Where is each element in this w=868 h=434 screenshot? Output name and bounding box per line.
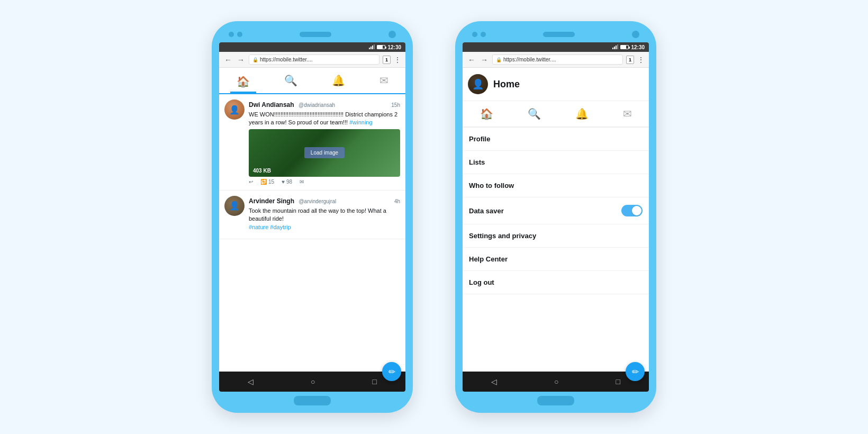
twitter-nav-1: 🏠 🔍 🔔 ✉ [219, 68, 405, 94]
lock-icon-2: 🔒 [496, 57, 502, 62]
nav-home-1[interactable]: 🏠 [230, 73, 256, 93]
menu-list: Profile Lists Who to follow Data saver S… [463, 128, 649, 372]
signal-icon-2 [612, 45, 618, 49]
android-back-2[interactable]: ◁ [491, 377, 497, 386]
android-nav-1: ◁ ○ □ [219, 372, 405, 392]
menu-item-help[interactable]: Help Center [463, 248, 649, 271]
browser-bar-1: ← → 🔒 https://mobile.twitter.... 1 ⋮ [219, 52, 405, 68]
phone-screen-2: 12:30 ← → 🔒 https://mobile.twitter.... 1… [463, 42, 649, 392]
menu-home-title: Home [493, 79, 520, 90]
phone-screen-1: 12:30 ← → 🔒 https://mobile.twitter.... 1… [219, 42, 405, 392]
status-time-2: 12:30 [631, 44, 645, 50]
menu-item-who-to-follow[interactable]: Who to follow [463, 174, 649, 197]
menu-item-data-saver-label: Data saver [469, 207, 504, 215]
nav-notifications-1[interactable]: 🔔 [326, 72, 351, 89]
tweet-header-1: Dwi Andiansah @dwiadriansah 15h [249, 100, 400, 109]
phone-2: 12:30 ← → 🔒 https://mobile.twitter.... 1… [455, 21, 656, 413]
nav-messages-1[interactable]: ✉ [373, 72, 395, 89]
forward-button-1[interactable]: → [236, 56, 246, 64]
nav-notifications-2[interactable]: 🔔 [569, 105, 595, 122]
reply-action-1[interactable]: ↩ [249, 179, 253, 185]
compose-fab-1[interactable]: ✏ [382, 362, 401, 381]
menu-item-profile-label: Profile [469, 135, 490, 143]
tweet-handle-1: @dwiadriansah [299, 102, 335, 108]
url-bar-2[interactable]: 🔒 https://mobile.twitter.... [492, 55, 623, 65]
tweet-handle-2: @arvindergujral [299, 198, 336, 204]
android-home-1[interactable]: ○ [311, 377, 315, 386]
signal-icon [369, 45, 375, 49]
tweet-header-2: Arvinder Singh @arvindergujral 4h [249, 196, 400, 205]
android-nav-2: ◁ ○ □ [463, 372, 649, 392]
tweet-actions-1: ↩ 🔁 15 ♥ 98 ✉ [249, 179, 400, 185]
twitter-menu-content: 👤 Home 🏠 🔍 🔔 ✉ Profile Lists Who to f [463, 68, 649, 372]
tweet-body-1: Dwi Andiansah @dwiadriansah 15h WE WON!!… [249, 100, 400, 185]
url-text-2: https://mobile.twitter.... [503, 57, 556, 62]
menu-item-profile[interactable]: Profile [463, 128, 649, 151]
phone-home-button-2[interactable] [537, 396, 574, 405]
tab-count-1[interactable]: 1 [383, 56, 391, 64]
menu-item-lists[interactable]: Lists [463, 151, 649, 174]
phone-top-1 [219, 29, 405, 42]
tweet-2: 👤 Arvinder Singh @arvindergujral 4h Took… [219, 191, 405, 239]
nav-search-2[interactable]: 🔍 [521, 105, 547, 122]
phone-dot-4 [481, 32, 486, 37]
like-count-1: 98 [286, 179, 292, 185]
menu-item-settings[interactable]: Settings and privacy [463, 224, 649, 248]
tab-count-2[interactable]: 1 [626, 56, 634, 64]
android-back-1[interactable]: ◁ [248, 377, 254, 386]
lock-icon: 🔒 [252, 57, 258, 62]
browser-menu-icon-1[interactable]: ⋮ [394, 56, 401, 64]
retweet-count-1: 15 [268, 179, 274, 185]
menu-item-logout-label: Log out [469, 278, 494, 286]
url-bar-1[interactable]: 🔒 https://mobile.twitter.... [249, 55, 379, 65]
browser-menu-icon-2[interactable]: ⋮ [637, 56, 645, 64]
phone-top-2 [463, 29, 649, 42]
twitter-content-1: 🏠 🔍 🔔 ✉ 👤 Dwi Andiansah @dwiadriansah [219, 68, 405, 372]
battery-icon-2 [620, 45, 629, 49]
nav-messages-2[interactable]: ✉ [617, 105, 638, 122]
data-saver-toggle[interactable] [621, 205, 643, 216]
status-bar-2: 12:30 [463, 42, 649, 52]
phone-dot-3 [472, 32, 477, 37]
tweet-name-area-2: Arvinder Singh @arvindergujral [249, 196, 336, 205]
nav-home-2[interactable]: 🏠 [474, 105, 500, 122]
android-home-2[interactable]: ○ [554, 377, 558, 386]
back-button-1[interactable]: ← [223, 56, 233, 64]
tweet-time-1: 15h [391, 102, 400, 108]
menu-item-help-label: Help Center [469, 255, 508, 263]
menu-item-data-saver[interactable]: Data saver [463, 197, 649, 224]
tweet-body-2: Arvinder Singh @arvindergujral 4h Took t… [249, 196, 400, 233]
tweet-time-2: 4h [394, 198, 400, 204]
compose-fab-2[interactable]: ✏ [626, 362, 645, 381]
menu-item-who-to-follow-label: Who to follow [469, 182, 514, 189]
tweet-avatar-1: 👤 [224, 100, 245, 120]
like-action-1[interactable]: ♥ 98 [282, 179, 292, 185]
image-size-label: 403 KB [253, 168, 271, 174]
back-button-2[interactable]: ← [467, 56, 476, 64]
phone-speaker [300, 32, 331, 37]
battery-icon [377, 45, 385, 49]
android-recents-2[interactable]: □ [616, 377, 620, 386]
forward-button-2[interactable]: → [480, 56, 489, 64]
tweet-text-1: WE WON!!!!!!!!!!!!!!!!!!!!!!!!!!!!!!!!!!… [249, 111, 400, 127]
phone-dots-2 [472, 32, 486, 37]
phone-camera-2 [632, 31, 639, 38]
menu-item-settings-label: Settings and privacy [469, 232, 536, 240]
menu-item-logout[interactable]: Log out [463, 271, 649, 294]
tweet-name-2: Arvinder Singh [249, 197, 294, 205]
nav-search-1[interactable]: 🔍 [278, 72, 304, 89]
tweet-image-1: Load image 403 KB [249, 129, 400, 177]
android-recents-1[interactable]: □ [373, 377, 377, 386]
phone-home-button-1[interactable] [294, 396, 331, 405]
hashtag-nature[interactable]: #nature #daytrip [249, 224, 291, 230]
dm-action-1[interactable]: ✉ [300, 179, 304, 185]
tweet-name-area-1: Dwi Andiansah @dwiadriansah [249, 100, 335, 109]
url-text-1: https://mobile.twitter.... [260, 57, 312, 62]
phone-dot-2 [237, 32, 242, 37]
hashtag-winning[interactable]: #winning [349, 119, 372, 125]
retweet-action-1[interactable]: 🔁 15 [260, 179, 274, 185]
phone-dot-1 [229, 32, 234, 37]
load-image-button[interactable]: Load image [304, 147, 345, 158]
tweet-1: 👤 Dwi Andiansah @dwiadriansah 15h WE WON… [219, 94, 405, 191]
menu-avatar: 👤 [468, 74, 488, 94]
